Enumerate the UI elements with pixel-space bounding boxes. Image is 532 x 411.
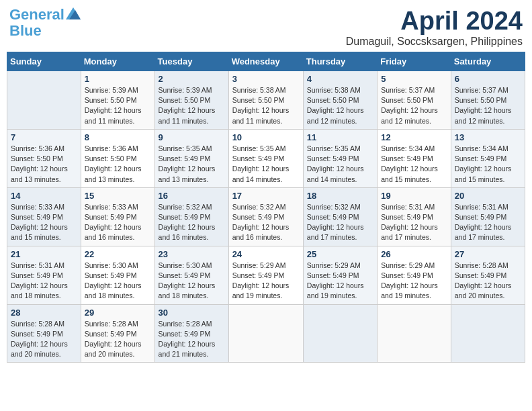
calendar-cell: 5Sunrise: 5:37 AM Sunset: 5:50 PM Daylig… (378, 71, 451, 130)
day-info: Sunrise: 5:36 AM Sunset: 5:50 PM Dayligh… (85, 144, 151, 185)
day-number: 24 (232, 249, 300, 259)
calendar-cell: 23Sunrise: 5:30 AM Sunset: 5:49 PM Dayli… (154, 246, 228, 304)
calendar-cell: 28Sunrise: 5:28 AM Sunset: 5:49 PM Dayli… (7, 304, 81, 363)
day-info: Sunrise: 5:39 AM Sunset: 5:50 PM Dayligh… (159, 85, 225, 126)
weekday-header: Wednesday (228, 52, 303, 71)
calendar-week-row: 7Sunrise: 5:36 AM Sunset: 5:50 PM Daylig… (7, 129, 525, 187)
calendar-cell: 4Sunrise: 5:38 AM Sunset: 5:50 PM Daylig… (303, 71, 377, 130)
calendar-cell (451, 304, 525, 363)
calendar-cell (228, 304, 303, 363)
day-info: Sunrise: 5:28 AM Sunset: 5:49 PM Dayligh… (85, 319, 151, 360)
day-info: Sunrise: 5:35 AM Sunset: 5:49 PM Dayligh… (232, 144, 300, 185)
calendar-cell: 19Sunrise: 5:31 AM Sunset: 5:49 PM Dayli… (378, 187, 451, 246)
calendar-cell: 22Sunrise: 5:30 AM Sunset: 5:49 PM Dayli… (81, 246, 154, 304)
calendar-subtitle: Dumaguil, Soccsksargen, Philippines (346, 36, 523, 48)
calendar-table: SundayMondayTuesdayWednesdayThursdayFrid… (7, 52, 525, 363)
weekday-header: Friday (378, 52, 451, 71)
weekday-header: Monday (81, 52, 154, 71)
day-number: 25 (307, 249, 373, 259)
day-info: Sunrise: 5:29 AM Sunset: 5:49 PM Dayligh… (232, 261, 300, 302)
day-number: 12 (381, 132, 447, 142)
calendar-cell: 30Sunrise: 5:28 AM Sunset: 5:49 PM Dayli… (154, 304, 228, 363)
page-header: General Blue April 2024 Dumaguil, Soccsk… (7, 7, 525, 48)
calendar-cell: 27Sunrise: 5:28 AM Sunset: 5:49 PM Dayli… (451, 246, 525, 304)
calendar-cell (378, 304, 451, 363)
logo-text: General (9, 7, 64, 23)
day-info: Sunrise: 5:37 AM Sunset: 5:50 PM Dayligh… (381, 85, 447, 126)
day-info: Sunrise: 5:38 AM Sunset: 5:50 PM Dayligh… (307, 85, 373, 126)
day-info: Sunrise: 5:31 AM Sunset: 5:49 PM Dayligh… (381, 202, 447, 243)
day-info: Sunrise: 5:29 AM Sunset: 5:49 PM Dayligh… (381, 261, 447, 302)
day-number: 20 (455, 191, 521, 201)
calendar-week-row: 21Sunrise: 5:31 AM Sunset: 5:49 PM Dayli… (7, 246, 525, 304)
day-info: Sunrise: 5:31 AM Sunset: 5:49 PM Dayligh… (11, 261, 77, 302)
day-number: 19 (381, 191, 447, 201)
day-info: Sunrise: 5:33 AM Sunset: 5:49 PM Dayligh… (85, 202, 151, 243)
day-number: 4 (307, 74, 373, 84)
calendar-title: April 2024 (346, 7, 523, 36)
calendar-cell: 13Sunrise: 5:34 AM Sunset: 5:49 PM Dayli… (451, 129, 525, 187)
day-info: Sunrise: 5:35 AM Sunset: 5:49 PM Dayligh… (159, 144, 225, 185)
day-number: 7 (11, 132, 77, 142)
calendar-cell (7, 71, 81, 130)
calendar-cell: 17Sunrise: 5:32 AM Sunset: 5:49 PM Dayli… (228, 187, 303, 246)
day-info: Sunrise: 5:35 AM Sunset: 5:49 PM Dayligh… (307, 144, 373, 185)
logo-blue: Blue (9, 23, 42, 39)
day-info: Sunrise: 5:30 AM Sunset: 5:49 PM Dayligh… (159, 261, 225, 302)
day-number: 26 (381, 249, 447, 259)
calendar-week-row: 1Sunrise: 5:39 AM Sunset: 5:50 PM Daylig… (7, 71, 525, 130)
day-number: 23 (159, 249, 225, 259)
calendar-cell (303, 304, 377, 363)
day-info: Sunrise: 5:29 AM Sunset: 5:49 PM Dayligh… (307, 261, 373, 302)
weekday-header: Thursday (303, 52, 377, 71)
day-number: 3 (232, 74, 300, 84)
day-number: 6 (455, 74, 521, 84)
day-info: Sunrise: 5:28 AM Sunset: 5:49 PM Dayligh… (455, 261, 521, 302)
day-info: Sunrise: 5:32 AM Sunset: 5:49 PM Dayligh… (159, 202, 225, 243)
day-info: Sunrise: 5:34 AM Sunset: 5:49 PM Dayligh… (381, 144, 447, 185)
day-info: Sunrise: 5:31 AM Sunset: 5:49 PM Dayligh… (455, 202, 521, 243)
logo-icon (66, 7, 81, 19)
calendar-cell: 8Sunrise: 5:36 AM Sunset: 5:50 PM Daylig… (81, 129, 154, 187)
day-info: Sunrise: 5:34 AM Sunset: 5:49 PM Dayligh… (455, 144, 521, 185)
day-info: Sunrise: 5:30 AM Sunset: 5:49 PM Dayligh… (85, 261, 151, 302)
day-info: Sunrise: 5:33 AM Sunset: 5:49 PM Dayligh… (11, 202, 77, 243)
calendar-cell: 18Sunrise: 5:32 AM Sunset: 5:49 PM Dayli… (303, 187, 377, 246)
day-number: 2 (159, 74, 225, 84)
weekday-header: Tuesday (154, 52, 228, 71)
day-info: Sunrise: 5:36 AM Sunset: 5:50 PM Dayligh… (11, 144, 77, 185)
day-number: 18 (307, 191, 373, 201)
day-info: Sunrise: 5:37 AM Sunset: 5:50 PM Dayligh… (455, 85, 521, 126)
day-number: 10 (232, 132, 300, 142)
day-number: 27 (455, 249, 521, 259)
day-number: 9 (159, 132, 225, 142)
calendar-cell: 12Sunrise: 5:34 AM Sunset: 5:49 PM Dayli… (378, 129, 451, 187)
calendar-cell: 7Sunrise: 5:36 AM Sunset: 5:50 PM Daylig… (7, 129, 81, 187)
day-number: 5 (381, 74, 447, 84)
calendar-week-row: 28Sunrise: 5:28 AM Sunset: 5:49 PM Dayli… (7, 304, 525, 363)
day-number: 21 (11, 249, 77, 259)
day-number: 15 (85, 191, 151, 201)
calendar-week-row: 14Sunrise: 5:33 AM Sunset: 5:49 PM Dayli… (7, 187, 525, 246)
calendar-cell: 14Sunrise: 5:33 AM Sunset: 5:49 PM Dayli… (7, 187, 81, 246)
calendar-cell: 10Sunrise: 5:35 AM Sunset: 5:49 PM Dayli… (228, 129, 303, 187)
calendar-cell: 9Sunrise: 5:35 AM Sunset: 5:49 PM Daylig… (154, 129, 228, 187)
calendar-header-row: SundayMondayTuesdayWednesdayThursdayFrid… (7, 52, 525, 71)
day-number: 11 (307, 132, 373, 142)
day-info: Sunrise: 5:32 AM Sunset: 5:49 PM Dayligh… (232, 202, 300, 243)
weekday-header: Sunday (7, 52, 81, 71)
calendar-cell: 3Sunrise: 5:38 AM Sunset: 5:50 PM Daylig… (228, 71, 303, 130)
day-number: 8 (85, 132, 151, 142)
day-number: 1 (85, 74, 151, 84)
calendar-cell: 20Sunrise: 5:31 AM Sunset: 5:49 PM Dayli… (451, 187, 525, 246)
title-block: April 2024 Dumaguil, Soccsksargen, Phili… (346, 7, 523, 48)
calendar-cell: 11Sunrise: 5:35 AM Sunset: 5:49 PM Dayli… (303, 129, 377, 187)
calendar-cell: 2Sunrise: 5:39 AM Sunset: 5:50 PM Daylig… (154, 71, 228, 130)
logo-general: General (9, 6, 64, 23)
calendar-cell: 29Sunrise: 5:28 AM Sunset: 5:49 PM Dayli… (81, 304, 154, 363)
day-number: 13 (455, 132, 521, 142)
day-number: 17 (232, 191, 300, 201)
weekday-header: Saturday (451, 52, 525, 71)
day-number: 22 (85, 249, 151, 259)
day-number: 28 (11, 308, 77, 318)
